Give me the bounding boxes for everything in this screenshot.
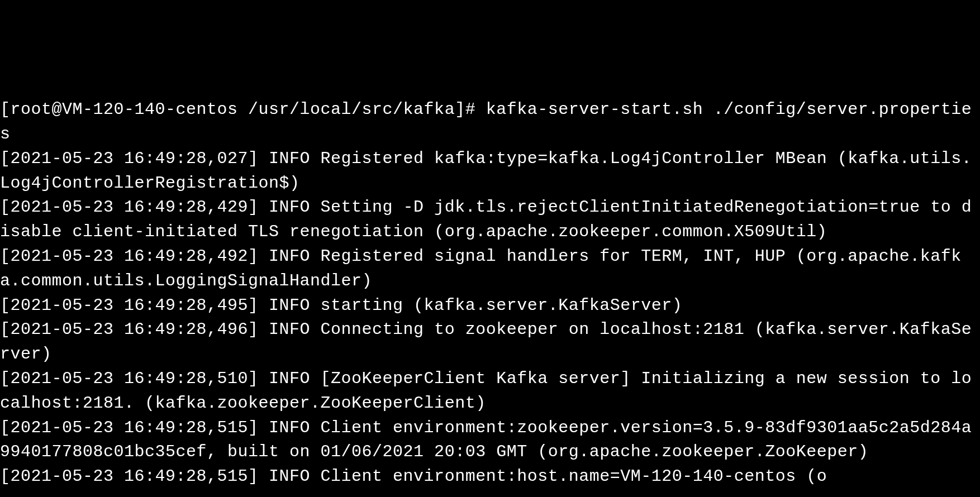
log-line: [2021-05-23 16:49:28,027] INFO Registere… xyxy=(0,147,980,196)
log-line: [2021-05-23 16:49:28,515] INFO Client en… xyxy=(0,465,980,489)
terminal-window[interactable]: [root@VM-120-140-centos /usr/local/src/k… xyxy=(0,98,980,497)
log-line: [2021-05-23 16:49:28,429] INFO Setting -… xyxy=(0,195,980,245)
log-line: [2021-05-23 16:49:28,510] INFO [ZooKeepe… xyxy=(0,367,980,416)
log-line: [2021-05-23 16:49:28,515] INFO Client en… xyxy=(0,416,980,465)
log-line: [2021-05-23 16:49:28,492] INFO Registere… xyxy=(0,245,980,294)
command-line: [root@VM-120-140-centos /usr/local/src/k… xyxy=(0,98,980,147)
shell-prompt: [root@VM-120-140-centos /usr/local/src/k… xyxy=(0,100,486,119)
log-line: [2021-05-23 16:49:28,496] INFO Connectin… xyxy=(0,318,980,367)
log-line: [2021-05-23 16:49:28,495] INFO starting … xyxy=(0,294,980,318)
